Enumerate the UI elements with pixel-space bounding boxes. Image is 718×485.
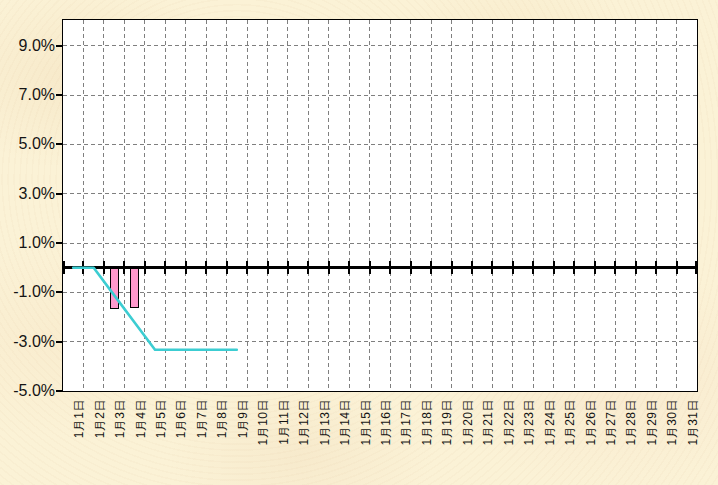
- x-axis-label: 1月21日: [480, 399, 497, 446]
- y-axis-tick: [56, 242, 62, 244]
- chart-canvas: 9.0%7.0%5.0%3.0%1.0%-1.0%-3.0%-5.0% 1月1日…: [0, 0, 718, 485]
- x-axis-label: 1月15日: [357, 399, 374, 446]
- x-axis-label: 1月16日: [378, 399, 395, 446]
- y-axis-label: 3.0%: [0, 184, 55, 204]
- x-axis-label: 1月5日: [153, 399, 170, 438]
- x-axis-label: 1月24日: [541, 399, 558, 446]
- y-axis-label: -1.0%: [0, 282, 55, 302]
- x-axis-label: 1月4日: [132, 399, 149, 438]
- x-axis-label: 1月31日: [684, 399, 701, 446]
- x-axis-label: 1月14日: [337, 399, 354, 446]
- x-axis-label: 1月6日: [173, 399, 190, 438]
- y-axis-label: 1.0%: [0, 233, 55, 253]
- x-axis-label: 1月3日: [112, 399, 129, 438]
- x-axis-label: 1月18日: [418, 399, 435, 446]
- y-axis-label: -5.0%: [0, 381, 55, 401]
- y-axis-tick: [56, 143, 62, 145]
- y-axis-tick: [56, 45, 62, 47]
- x-axis-label: 1月20日: [459, 399, 476, 446]
- line-series-path: [73, 268, 237, 350]
- x-axis-label: 1月13日: [316, 399, 333, 446]
- y-axis-tick: [56, 341, 62, 343]
- y-axis-label: 9.0%: [0, 36, 55, 56]
- y-axis-tick: [56, 390, 62, 392]
- x-axis-label: 1月26日: [582, 399, 599, 446]
- x-axis-label: 1月27日: [602, 399, 619, 446]
- x-axis-label: 1月28日: [623, 399, 640, 446]
- y-axis-tick: [56, 94, 62, 96]
- y-axis-tick: [56, 291, 62, 293]
- x-axis-label: 1月19日: [439, 399, 456, 446]
- plot-area: [62, 19, 698, 392]
- x-axis-label: 1月17日: [398, 399, 415, 446]
- x-axis-label: 1月1日: [71, 399, 88, 438]
- line-series: [63, 20, 697, 391]
- x-axis-label: 1月11日: [275, 399, 292, 445]
- x-axis-label: 1月29日: [643, 399, 660, 446]
- x-axis-label: 1月30日: [664, 399, 681, 446]
- x-axis-label: 1月12日: [296, 399, 313, 446]
- x-axis-label: 1月10日: [255, 399, 272, 446]
- x-axis-label: 1月8日: [214, 399, 231, 438]
- y-axis-label: 5.0%: [0, 134, 55, 154]
- y-axis-label: 7.0%: [0, 85, 55, 105]
- x-axis-label: 1月2日: [91, 399, 108, 438]
- x-axis-label: 1月9日: [234, 399, 251, 438]
- x-axis-label: 1月25日: [562, 399, 579, 446]
- x-axis-label: 1月7日: [193, 399, 210, 438]
- x-axis-label: 1月22日: [500, 399, 517, 446]
- y-axis-label: -3.0%: [0, 332, 55, 352]
- x-axis-label: 1月23日: [521, 399, 538, 446]
- y-axis-tick: [56, 193, 62, 195]
